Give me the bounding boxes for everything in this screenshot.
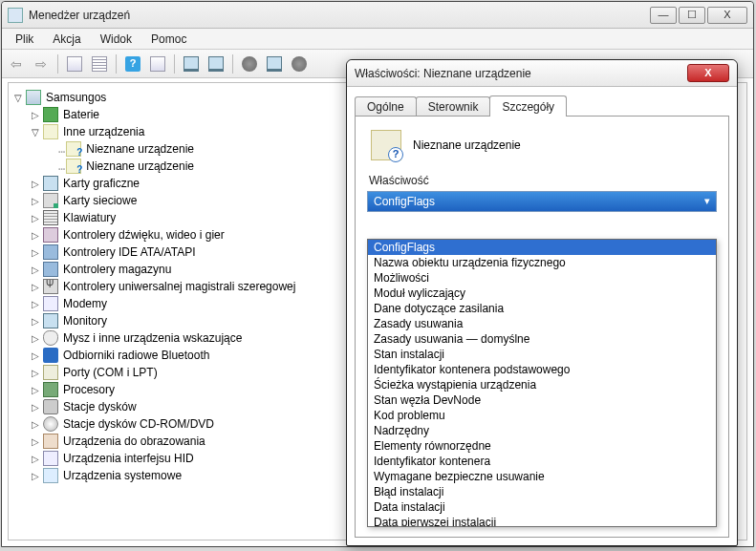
dropdown-option[interactable]: Zasady usuwania — domyślne bbox=[368, 331, 716, 347]
window-title: Menedżer urządzeń bbox=[29, 9, 650, 22]
expander-icon[interactable] bbox=[30, 454, 41, 464]
scan-hardware-button[interactable] bbox=[181, 53, 202, 74]
app-icon bbox=[8, 8, 23, 23]
hdd-icon bbox=[43, 399, 58, 414]
uninstall-button[interactable] bbox=[264, 53, 285, 74]
dialog-body: Ogólne Sterownik Szczegóły Nieznane urzą… bbox=[355, 95, 729, 538]
dropdown-option[interactable]: Identyfikator kontenera podstawowego bbox=[368, 362, 716, 377]
tree-item-label: Karty sieciowe bbox=[62, 194, 137, 207]
dialog-titlebar[interactable]: Właściwości: Nieznane urządzenie X bbox=[347, 60, 737, 87]
unk-icon bbox=[66, 141, 81, 157]
help-button[interactable]: ? bbox=[122, 53, 143, 74]
separator bbox=[174, 54, 175, 74]
action-button[interactable] bbox=[147, 53, 168, 74]
expander-icon[interactable] bbox=[30, 333, 41, 344]
property-combobox[interactable]: ConfigFlags bbox=[367, 191, 717, 212]
device-name-label: Nieznane urządzenie bbox=[413, 138, 521, 152]
maximize-button[interactable]: ☐ bbox=[679, 7, 705, 24]
dropdown-option[interactable]: Dane dotyczące zasilania bbox=[368, 301, 716, 316]
expander-icon[interactable] bbox=[30, 299, 41, 309]
menu-file[interactable]: Plik bbox=[6, 31, 43, 48]
dropdown-option[interactable]: Kod problemu bbox=[368, 408, 716, 423]
expander-icon[interactable] bbox=[30, 350, 41, 361]
tree-item-label: Procesory bbox=[62, 383, 115, 396]
cpu-icon bbox=[43, 382, 58, 397]
tree-item-label: Nieznane urządzenie bbox=[85, 142, 194, 156]
dropdown-option[interactable]: Błąd instalacji bbox=[368, 484, 716, 499]
tab-details[interactable]: Szczegóły bbox=[489, 95, 567, 117]
properties-button[interactable] bbox=[89, 53, 110, 74]
back-button[interactable] bbox=[6, 53, 27, 74]
dialog-title: Właściwości: Nieznane urządzenie bbox=[355, 67, 687, 80]
unk-icon bbox=[66, 159, 81, 174]
tool-button-2[interactable] bbox=[289, 53, 310, 74]
separator bbox=[116, 54, 117, 74]
dropdown-option[interactable]: Zasady usuwania bbox=[368, 316, 716, 331]
usb-icon bbox=[43, 279, 58, 294]
tree-item-label: Mysz i inne urządzenia wskazujące bbox=[62, 331, 242, 345]
tab-general[interactable]: Ogólne bbox=[355, 96, 417, 117]
expander-icon[interactable] bbox=[30, 196, 41, 206]
property-dropdown-list[interactable]: ConfigFlagsNazwa obiektu urządzenia fizy… bbox=[367, 239, 717, 527]
menu-help[interactable]: Pomoc bbox=[141, 31, 196, 48]
unknown-device-icon bbox=[371, 130, 401, 160]
expander-icon[interactable] bbox=[30, 265, 41, 275]
disp-icon bbox=[43, 176, 58, 191]
expander-icon[interactable] bbox=[30, 247, 41, 258]
dropdown-option[interactable]: Wymagane bezpieczne usuwanie bbox=[368, 469, 716, 484]
expander-icon[interactable] bbox=[30, 316, 41, 327]
dropdown-option[interactable]: Stan instalacji bbox=[368, 347, 716, 362]
hid-icon bbox=[43, 451, 58, 466]
tool-button-1[interactable] bbox=[239, 53, 260, 74]
tab-panel-details: Nieznane urządzenie Właściwość ConfigFla… bbox=[355, 116, 729, 538]
expander-icon[interactable] bbox=[30, 436, 41, 447]
menubar: Plik Akcja Widok Pomoc bbox=[2, 29, 753, 50]
tree-item-label: Stacje dysków bbox=[62, 400, 137, 413]
dropdown-option[interactable]: Data pierwszej instalacji bbox=[368, 515, 716, 527]
update-driver-button[interactable] bbox=[205, 53, 227, 74]
menu-action[interactable]: Akcja bbox=[43, 31, 90, 48]
menu-view[interactable]: Widok bbox=[91, 31, 141, 48]
dropdown-option[interactable]: Ścieżka wystąpienia urządzenia bbox=[368, 377, 716, 392]
expander-icon[interactable] bbox=[30, 213, 41, 223]
dropdown-option[interactable]: Możliwości bbox=[368, 270, 716, 286]
dropdown-option[interactable]: Data instalacji bbox=[368, 499, 716, 515]
dropdown-option[interactable]: Elementy równorzędne bbox=[368, 438, 716, 454]
dropdown-option[interactable]: Nadrzędny bbox=[368, 423, 716, 438]
expander-icon[interactable] bbox=[30, 385, 41, 395]
port-icon bbox=[43, 365, 58, 380]
tree-item-label: Kontrolery IDE ATA/ATAPI bbox=[62, 245, 196, 259]
expander-icon[interactable] bbox=[30, 127, 41, 138]
tree-item-label: Karty graficzne bbox=[62, 177, 140, 190]
dropdown-option[interactable]: ConfigFlags bbox=[368, 240, 716, 255]
tab-driver[interactable]: Sterownik bbox=[416, 96, 491, 117]
dropdown-option[interactable]: Moduł wyliczający bbox=[368, 286, 716, 301]
dropdown-option[interactable]: Stan węzła DevNode bbox=[368, 392, 716, 408]
expander-icon[interactable] bbox=[30, 419, 41, 430]
expander-icon[interactable] bbox=[30, 471, 41, 481]
dialog-close-button[interactable]: X bbox=[687, 64, 729, 82]
stor-icon bbox=[43, 262, 58, 277]
dropdown-option[interactable]: Nazwa obiektu urządzenia fizycznego bbox=[368, 255, 716, 270]
expander-icon[interactable] bbox=[12, 93, 24, 103]
mouse-icon bbox=[43, 330, 58, 346]
separator bbox=[232, 54, 233, 74]
expander-icon[interactable] bbox=[30, 282, 41, 292]
modem-icon bbox=[43, 296, 58, 311]
tree-item-label: Urządzenia do obrazowania bbox=[62, 434, 205, 448]
close-button[interactable]: X bbox=[707, 7, 747, 24]
tree-item-label: Monitory bbox=[62, 314, 107, 328]
bt-icon bbox=[43, 348, 58, 363]
other-icon bbox=[43, 124, 58, 139]
expander-icon[interactable] bbox=[30, 368, 41, 378]
show-hide-tree-button[interactable] bbox=[64, 53, 85, 74]
minimize-button[interactable]: — bbox=[650, 7, 677, 24]
expander-icon[interactable] bbox=[30, 402, 41, 413]
combobox-value: ConfigFlags bbox=[374, 195, 435, 208]
expander-icon[interactable] bbox=[30, 179, 41, 189]
dropdown-option[interactable]: Identyfikator kontenera bbox=[368, 454, 716, 469]
forward-button[interactable] bbox=[31, 53, 52, 74]
expander-icon[interactable] bbox=[30, 230, 41, 241]
titlebar[interactable]: Menedżer urządzeń — ☐ X bbox=[2, 2, 753, 29]
expander-icon[interactable] bbox=[30, 110, 41, 120]
